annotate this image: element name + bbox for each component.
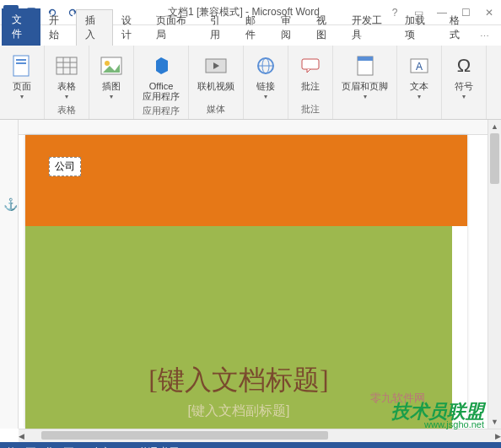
tab-view[interactable]: 视图 [308,10,343,46]
video-icon [202,52,229,79]
company-placeholder[interactable]: 公司 [49,157,81,176]
header-icon [352,52,379,79]
tab-layout[interactable]: 页面布局 [148,10,202,46]
textbox-icon: A [406,52,433,79]
group-name [94,114,128,117]
signin-area[interactable]: ⋯ [477,28,493,46]
tab-review[interactable]: 审阅 [272,10,308,46]
text-label: 文本 [410,81,428,91]
svg-rect-17 [302,59,319,69]
svg-rect-1 [13,56,29,76]
ribbon-group-headerfooter: 页眉和页脚 ▾ [333,46,397,119]
group-name: 媒体 [194,101,238,117]
svg-rect-19 [358,57,373,61]
table-label: 表格 [57,81,76,91]
office-apps-button[interactable]: Office 应用程序 [139,51,183,103]
page-icon [8,52,35,79]
scroll-thumb-h[interactable] [41,431,328,440]
pages-label: 页面 [13,81,31,91]
headerfooter-label: 页眉和页脚 [342,81,388,91]
svg-text:A: A [416,61,423,73]
cover-body-shape[interactable]: [键入文档标题] [键入文档副标题] [25,226,452,429]
scroll-track[interactable] [488,133,501,415]
horizontal-ruler[interactable] [19,120,488,135]
scroll-right-button[interactable]: ▶ [495,429,501,443]
ribbon-group-links: 链接 ▾ [244,46,288,119]
comment-button[interactable]: 批注 [294,51,327,93]
apps-icon [148,52,175,79]
group-name [338,114,391,117]
group-name [447,114,481,117]
link-icon [252,52,279,79]
title-placeholder[interactable]: [键入文档标题] [148,362,328,399]
tab-mailings[interactable]: 邮件 [237,10,272,46]
symbols-button[interactable]: Ω 符号 ▾ [447,51,481,102]
cover-header-shape[interactable]: 公司 [25,135,467,226]
svg-rect-3 [16,62,26,64]
dropdown-icon: ▾ [65,93,68,100]
read-mode-button[interactable]: ▤ [342,445,358,449]
anchor-icon: ⚓ [3,197,18,211]
web-layout-button[interactable]: ▧ [364,445,380,449]
group-name [249,114,283,117]
dropdown-icon: ▾ [264,93,267,100]
horizontal-scrollbar[interactable]: ◀ ▶ [19,429,501,442]
group-name: 表格 [50,102,84,118]
online-video-button[interactable]: 联机视频 [194,51,238,93]
close-button[interactable]: ✕ [481,4,498,21]
ribbon-group-pages: 页面 ▾ [0,46,45,119]
ribbon-group-illustrations: 插图 ▾ [89,46,134,119]
picture-icon [98,52,125,79]
tab-file[interactable]: 文件 [2,8,40,46]
symbols-label: 符号 [455,81,473,91]
omega-icon: Ω [450,52,477,79]
vertical-ruler[interactable]: ⚓ [0,120,19,429]
subtitle-placeholder[interactable]: [键入文档副标题] [188,402,290,420]
group-name: 应用程序 [139,103,183,119]
dropdown-icon: ▾ [20,93,24,100]
statusbar: 第 1 页，共 2 页 0 个字 ☑ 英语(美国) ▦ ▤ ▧ − + 100% [0,442,501,448]
svg-rect-2 [16,59,26,61]
video-label: 联机视频 [197,81,234,91]
dropdown-icon: ▾ [364,93,367,100]
ribbon-tabs: 文件 开始 插入 设计 页面布局 引用 邮件 审阅 视图 开发工具 加载项 格式… [0,25,501,46]
table-button[interactable]: 表格 ▾ [50,51,84,102]
comment-label: 批注 [301,81,320,91]
dropdown-icon: ▾ [110,93,113,100]
scroll-down-button[interactable]: ▼ [488,415,501,429]
ribbon-group-tables: 表格 ▾ 表格 [45,46,89,119]
tab-references[interactable]: 引用 [202,10,237,46]
print-layout-view-button[interactable]: ▦ [320,445,337,449]
scroll-thumb[interactable] [490,133,499,184]
tab-insert[interactable]: 插入 [76,9,113,46]
scroll-left-button[interactable]: ◀ [19,429,24,443]
dropdown-icon: ▾ [418,93,421,100]
group-name [402,114,436,117]
illustrations-label: 插图 [102,81,121,91]
tab-format[interactable]: 格式 [441,10,477,46]
illustrations-button[interactable]: 插图 ▾ [94,51,128,102]
page: 公司 [键入文档标题] [键入文档副标题] [25,135,467,429]
tab-addins[interactable]: 加载项 [396,10,441,46]
table-icon [53,52,80,79]
ribbon-group-symbols: Ω 符号 ▾ [442,46,487,119]
ribbon-group-comments: 批注 批注 [288,46,333,119]
svg-point-10 [105,61,110,66]
tab-developer[interactable]: 开发工具 [343,10,397,46]
tab-design[interactable]: 设计 [113,10,148,46]
svg-rect-4 [57,57,77,74]
tab-home[interactable]: 开始 [40,10,76,46]
apps-label: Office 应用程序 [143,81,180,101]
header-footer-button[interactable]: 页眉和页脚 ▾ [338,51,391,102]
ribbon-group-text: A 文本 ▾ [397,46,442,119]
document-area: ⚓ 公司 [键入文档标题] [键入文档副标题] ▲ ▼ [0,120,501,429]
links-button[interactable]: 链接 ▾ [249,51,283,102]
text-button[interactable]: A 文本 ▾ [402,51,436,102]
document-canvas[interactable]: 公司 [键入文档标题] [键入文档副标题] [19,120,488,429]
scroll-up-button[interactable]: ▲ [488,120,501,133]
ribbon-group-apps: Office 应用程序 应用程序 [134,46,189,119]
pages-button[interactable]: 页面 ▾ [5,51,39,102]
dropdown-icon: ▾ [462,93,466,100]
vertical-scrollbar[interactable]: ▲ ▼ [488,120,501,429]
group-name: 批注 [294,101,327,117]
